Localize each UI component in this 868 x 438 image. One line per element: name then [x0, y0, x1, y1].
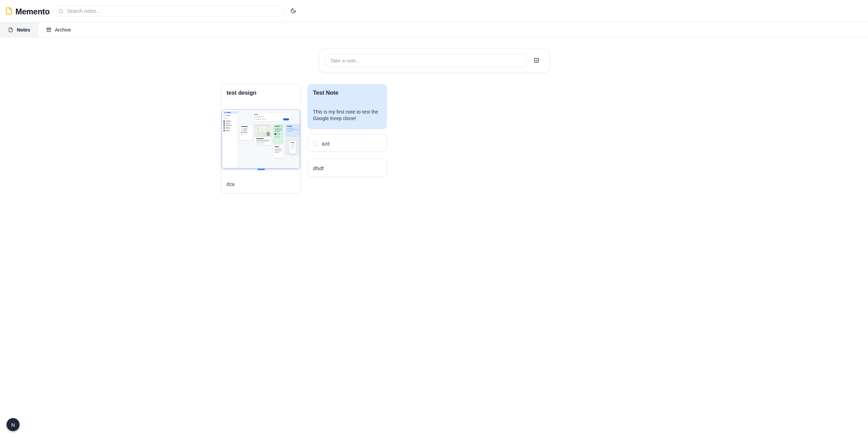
- app-title: Memento: [15, 8, 50, 16]
- tab-bar: Notes Archive: [0, 22, 868, 37]
- thumbnail-card-green: [273, 124, 283, 144]
- search-input[interactable]: [54, 6, 283, 16]
- note-card-test-note[interactable]: Test Note This is my first note to test …: [308, 84, 387, 129]
- note-card-test-design[interactable]: test design: [221, 84, 301, 193]
- thumbnail-card-checklist: [239, 125, 253, 140]
- avatar-initial: N: [11, 422, 15, 428]
- moon-icon: [290, 8, 296, 14]
- checklist-icon: [534, 58, 539, 63]
- note-body: dza: [227, 181, 234, 188]
- note-composer[interactable]: [319, 49, 549, 72]
- checklist-checkbox[interactable]: [313, 141, 318, 146]
- new-checklist-button[interactable]: [532, 57, 541, 65]
- tab-archive[interactable]: Archive: [38, 22, 82, 37]
- thumbnail-sidebar: [222, 110, 238, 168]
- thumbnail-card-photo: [254, 124, 271, 145]
- checklist-item-label: azd: [322, 141, 329, 146]
- archive-icon: [46, 27, 51, 32]
- tab-archive-label: Archive: [55, 27, 71, 33]
- thumbnail-scrollbar: [257, 169, 265, 170]
- note-title: test design: [227, 90, 256, 96]
- note-image-thumbnail: [222, 109, 300, 168]
- theme-toggle-button[interactable]: [289, 8, 297, 15]
- thumbnail-card-phone: [285, 138, 300, 155]
- profile-avatar[interactable]: N: [7, 418, 20, 431]
- note-card-dfsdf[interactable]: dfsdf: [308, 158, 387, 177]
- thumbnail-card-text: [273, 145, 283, 158]
- file-icon: [8, 27, 13, 32]
- thumbnail-card-blue: [285, 124, 300, 137]
- thumbnail-composer: [251, 112, 292, 122]
- tab-notes[interactable]: Notes: [0, 22, 38, 37]
- file-icon: [5, 7, 13, 15]
- note-title: Test Note: [313, 90, 338, 96]
- memento-app: Memento Notes Archive test design: [0, 0, 868, 438]
- take-a-note-input[interactable]: [325, 54, 526, 67]
- tab-notes-label: Notes: [17, 27, 30, 33]
- note-card-azd[interactable]: azd: [308, 134, 387, 152]
- header: Memento: [0, 0, 868, 22]
- search-box[interactable]: [54, 5, 284, 16]
- note-body: This is my first note to test the Google…: [313, 109, 384, 122]
- note-body: dfsdf: [313, 165, 324, 172]
